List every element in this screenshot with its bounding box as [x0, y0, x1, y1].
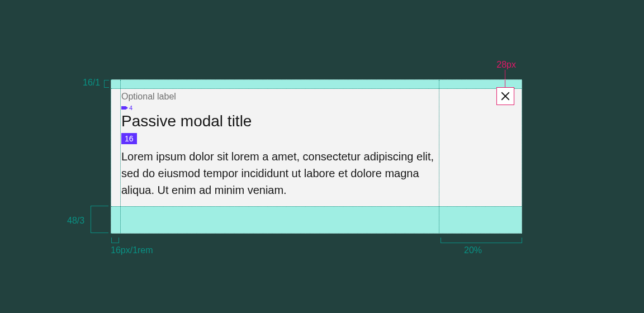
passive-modal: Optional label 4 Passive modal title 16 …: [111, 79, 522, 234]
modal-title: Passive modal title: [121, 112, 438, 131]
close-icon: [500, 91, 510, 101]
spacing-spec-16: 16: [121, 133, 137, 144]
modal-body: Lorem ipsum dolor sit lorem a amet, cons…: [121, 148, 438, 198]
close-spec-connector: [505, 70, 505, 87]
modal-label: Optional label: [121, 91, 438, 102]
spacing-spec-4: 4: [121, 105, 132, 111]
bottom-padding-band: [111, 206, 522, 233]
spec-left-padding-label: 16px/1rem: [111, 245, 153, 255]
spec-arrow-icon: [121, 106, 126, 110]
spec-left-padding-bracket: [111, 238, 119, 243]
close-button[interactable]: [496, 87, 514, 105]
spec-top-padding-bracket: [104, 80, 109, 88]
spec-top-padding-label: 16/1: [83, 78, 100, 88]
close-size-label: 28px: [496, 60, 516, 70]
spec-right-region-bracket: [441, 238, 522, 243]
spec-right-region-label: 20%: [464, 245, 482, 255]
right-20pct-guide: [439, 80, 439, 233]
modal-content: Optional label 4 Passive modal title 16 …: [121, 91, 438, 198]
left-padding-guide: [120, 80, 121, 233]
spacing-spec-4-value: 4: [129, 105, 132, 111]
spec-bottom-padding-label: 48/3: [67, 216, 84, 226]
spec-bottom-padding-bracket: [91, 206, 108, 233]
top-padding-band: [111, 80, 522, 89]
